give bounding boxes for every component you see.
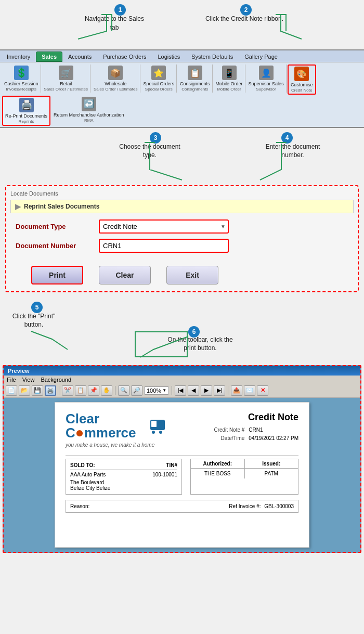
ribbon-tabs: Inventory Sales Accounts Purchase Orders… [0,50,364,62]
toolbar-first-page[interactable]: |◀ [175,385,186,396]
document-type-row: Document Type Credit Note [10,219,354,234]
toolbar-zoom-out[interactable]: 🔍 [118,385,129,396]
toolbar-export[interactable]: 📤 [231,385,242,396]
toolbar-sep2 [115,386,115,395]
toolbar-save[interactable]: 💾 [32,385,43,396]
reprint-expand-icon: ▶ [15,202,21,211]
tab-system-defaults[interactable]: System Defaults [186,51,239,62]
document-number-row: Document Number [10,239,354,253]
datetime-value: 04/19/2021 02:27 PM [249,434,298,443]
tin-label: TIN# [166,462,177,468]
preview-titlebar: Preview [4,366,360,376]
menu-file[interactable]: File [7,377,16,383]
menu-background[interactable]: Background [41,377,71,383]
document-type-select[interactable]: Credit Note [99,219,229,234]
credit-note-label: Credit Note # [208,426,244,434]
toolbar-cut[interactable]: ✂️ [62,385,73,396]
print-button[interactable]: Print [31,266,83,284]
svg-rect-2 [151,421,157,427]
toolbar-sep3 [172,386,172,395]
lower-annotation-arrows [0,297,364,365]
tab-sales[interactable]: Sales [36,51,62,62]
issued-header: Issued: [245,459,298,468]
locate-documents-title: Locate Documents [10,190,354,197]
retail-icon: 🛒 [59,66,73,80]
locate-documents-panel: Locate Documents ▶ Reprint Sales Documen… [5,185,359,292]
document-number-input[interactable] [99,239,229,253]
exit-button[interactable]: Exit [166,266,218,284]
document-number-label: Document Number [16,242,99,250]
svg-point-4 [159,431,162,434]
menu-view[interactable]: View [22,377,35,383]
toolbar-open[interactable]: 📂 [19,385,30,396]
tab-accounts[interactable]: Accounts [62,51,97,62]
step2-bubble: 2 [240,4,252,16]
ribbon: Inventory Sales Accounts Purchase Orders… [0,49,364,128]
ribbon-icon-consignments[interactable]: 📋 Consignments Consignments [178,64,213,93]
document-type-label: Document Type [16,223,99,230]
doc-reason-section: Reason: Ref Invoice #: GBL-300003 [66,500,298,513]
ribbon-icon-credit-note[interactable]: 🎨 Customise Credit Note [288,64,316,95]
rma-icon: ↩️ [82,97,96,111]
toolbar-copy[interactable]: 📋 [75,385,86,396]
ribbon-icon-special[interactable]: ⭐ Special Orders Special Orders [141,64,177,93]
toolbar-new[interactable]: 📄 [6,385,17,396]
consignments-icon: 📋 [188,66,202,80]
form-buttons: Print Clear Exit [26,258,354,287]
zoom-dropdown-icon[interactable]: ▼ [162,388,166,393]
preview-content: Clear C●mmerce you make a house, we make… [4,398,360,552]
step2-text: Click the Credit Note ribbon. [203,15,286,23]
reprint-icon: 🖨️ [19,98,34,112]
ribbon-icon-retail[interactable]: 🛒 Retail Sales Order / Estimates [42,64,90,93]
mid-annotation-arrows [0,128,364,185]
credit-note-icon: 🎨 [294,67,309,81]
reason-label: Reason: [70,503,89,509]
sold-to-label: SOLD TO: [70,462,95,468]
step1-bubble: 1 [114,4,126,16]
customer-address: The Boulevard [70,480,177,485]
svg-point-3 [152,431,155,434]
ribbon-icon-reprint[interactable]: 🖨️ Re-Print Documents Reprints [2,96,50,126]
toolbar-sep4 [228,386,228,395]
toolbar-hand[interactable]: ✋ [101,385,112,396]
logo-cart-icon [146,418,167,436]
toolbar-zoom-in[interactable]: 🔎 [131,385,142,396]
doc-sold-section: SOLD TO: TIN# AAA Auto Parts 100-10001 T… [66,455,298,495]
toolbar-print-preview[interactable]: 🖨️ [45,385,56,396]
tab-purchase-orders[interactable]: Purchase Orders [97,51,152,62]
credit-note-row: Credit Note # CRN1 [208,426,298,434]
toolbar-sep1 [59,386,59,395]
tab-gallery[interactable]: Gallery Page [239,51,283,62]
toolbar-last-page[interactable]: ▶| [214,385,225,396]
ribbon-icon-mobile[interactable]: 📱 Mobile Order Mobile Order [214,64,245,93]
special-orders-icon: ⭐ [151,66,166,80]
ribbon-icon-supervisor[interactable]: 👤 Supervisor Sales Supervisor [246,64,287,93]
preview-menu-bar: File View Background [4,376,360,384]
customer-name: AAA Auto Parts [70,472,106,477]
tab-logistics[interactable]: Logistics [152,51,186,62]
tab-inventory[interactable]: Inventory [1,51,36,62]
toolbar-paste[interactable]: 📌 [88,385,99,396]
doc-title-area: Credit Note Credit Note # CRN1 Date/Time… [208,412,298,443]
document-page: Clear C●mmerce you make a house, we make… [55,402,309,548]
preview-title: Preview [8,368,30,374]
toolbar-close-preview[interactable]: ✕ [257,385,268,396]
doc-logo-title: Clear C●mmerce [66,412,159,440]
preview-toolbar: 📄 📂 💾 🖨️ ✂️ 📋 📌 ✋ 🔍 🔎 100% ▼ |◀ ◀ ▶ ▶| 📤… [4,384,360,398]
doc-header: Clear C●mmerce you make a house, we make… [66,412,298,448]
doc-sold-header: SOLD TO: TIN# [70,462,177,470]
toolbar-prev-page[interactable]: ◀ [188,385,199,396]
toolbar-next-page[interactable]: ▶ [201,385,212,396]
toolbar-email[interactable]: ✉️ [244,385,255,396]
clear-button[interactable]: Clear [99,266,151,284]
credit-note-value: CRN1 [249,426,263,434]
document-type-select-wrapper: Credit Note [99,219,229,234]
ribbon-icon-cashier[interactable]: 💲 Cashier Session Invoice/Receipts [2,64,41,93]
ribbon-icon-wholesale[interactable]: 📦 Wholesale Sales Order / Estimates [92,64,140,93]
ribbon-icon-rma[interactable]: ↩️ Return Merchandise Authorization RMA [51,96,126,124]
doc-meta: Credit Note # CRN1 Date/Time 04/19/2021 … [208,426,298,443]
annotation-arrows-top [0,0,364,49]
doc-sold-box: SOLD TO: TIN# AAA Auto Parts 100-10001 T… [66,459,182,495]
customer-city: Belize City Belize [70,485,177,491]
ref-invoice-value: GBL-300003 [264,503,294,509]
